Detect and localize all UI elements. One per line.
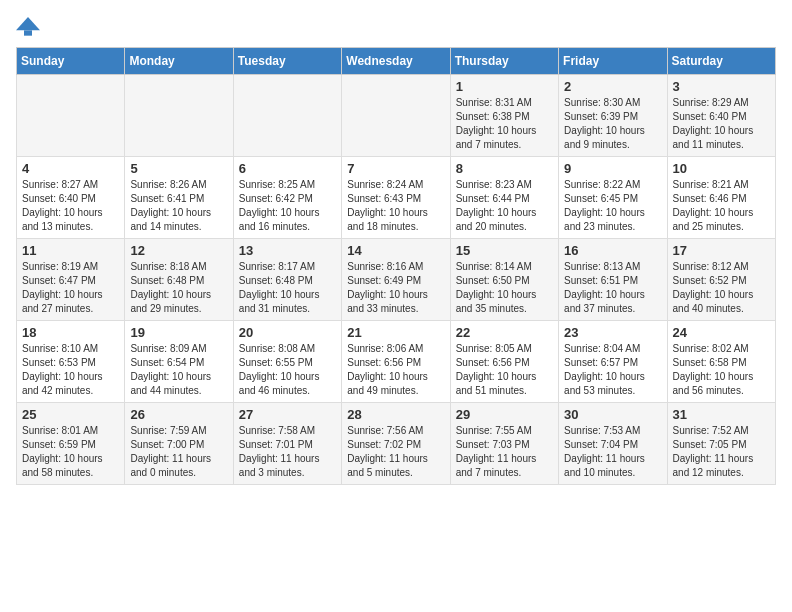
day-info: Sunrise: 8:10 AM Sunset: 6:53 PM Dayligh… [22,342,119,398]
logo-icon [16,17,40,37]
calendar-cell: 20Sunrise: 8:08 AM Sunset: 6:55 PM Dayli… [233,321,341,403]
day-info: Sunrise: 8:31 AM Sunset: 6:38 PM Dayligh… [456,96,553,152]
calendar-cell: 10Sunrise: 8:21 AM Sunset: 6:46 PM Dayli… [667,157,775,239]
day-info: Sunrise: 8:06 AM Sunset: 6:56 PM Dayligh… [347,342,444,398]
day-info: Sunrise: 8:16 AM Sunset: 6:49 PM Dayligh… [347,260,444,316]
calendar-cell: 22Sunrise: 8:05 AM Sunset: 6:56 PM Dayli… [450,321,558,403]
weekday-header: Saturday [667,48,775,75]
calendar-week-row: 4Sunrise: 8:27 AM Sunset: 6:40 PM Daylig… [17,157,776,239]
calendar-table: SundayMondayTuesdayWednesdayThursdayFrid… [16,47,776,485]
day-info: Sunrise: 8:25 AM Sunset: 6:42 PM Dayligh… [239,178,336,234]
calendar-cell: 9Sunrise: 8:22 AM Sunset: 6:45 PM Daylig… [559,157,667,239]
calendar-cell: 24Sunrise: 8:02 AM Sunset: 6:58 PM Dayli… [667,321,775,403]
calendar-cell: 30Sunrise: 7:53 AM Sunset: 7:04 PM Dayli… [559,403,667,485]
calendar-cell: 7Sunrise: 8:24 AM Sunset: 6:43 PM Daylig… [342,157,450,239]
day-info: Sunrise: 8:08 AM Sunset: 6:55 PM Dayligh… [239,342,336,398]
day-info: Sunrise: 8:14 AM Sunset: 6:50 PM Dayligh… [456,260,553,316]
day-number: 8 [456,161,553,176]
day-number: 23 [564,325,661,340]
svg-marker-0 [16,17,40,30]
day-info: Sunrise: 7:59 AM Sunset: 7:00 PM Dayligh… [130,424,227,480]
day-number: 2 [564,79,661,94]
weekday-header: Wednesday [342,48,450,75]
calendar-cell: 21Sunrise: 8:06 AM Sunset: 6:56 PM Dayli… [342,321,450,403]
day-info: Sunrise: 8:30 AM Sunset: 6:39 PM Dayligh… [564,96,661,152]
day-number: 17 [673,243,770,258]
day-number: 21 [347,325,444,340]
day-number: 18 [22,325,119,340]
day-number: 3 [673,79,770,94]
calendar-cell: 15Sunrise: 8:14 AM Sunset: 6:50 PM Dayli… [450,239,558,321]
day-number: 10 [673,161,770,176]
calendar-cell: 4Sunrise: 8:27 AM Sunset: 6:40 PM Daylig… [17,157,125,239]
day-number: 24 [673,325,770,340]
calendar-cell: 8Sunrise: 8:23 AM Sunset: 6:44 PM Daylig… [450,157,558,239]
day-number: 14 [347,243,444,258]
day-info: Sunrise: 7:56 AM Sunset: 7:02 PM Dayligh… [347,424,444,480]
calendar-cell: 27Sunrise: 7:58 AM Sunset: 7:01 PM Dayli… [233,403,341,485]
day-number: 15 [456,243,553,258]
day-info: Sunrise: 8:04 AM Sunset: 6:57 PM Dayligh… [564,342,661,398]
calendar-header-row: SundayMondayTuesdayWednesdayThursdayFrid… [17,48,776,75]
calendar-cell [125,75,233,157]
calendar-week-row: 25Sunrise: 8:01 AM Sunset: 6:59 PM Dayli… [17,403,776,485]
calendar-week-row: 1Sunrise: 8:31 AM Sunset: 6:38 PM Daylig… [17,75,776,157]
calendar-cell: 11Sunrise: 8:19 AM Sunset: 6:47 PM Dayli… [17,239,125,321]
day-number: 16 [564,243,661,258]
day-number: 20 [239,325,336,340]
day-info: Sunrise: 7:55 AM Sunset: 7:03 PM Dayligh… [456,424,553,480]
page-header [16,16,776,37]
day-number: 1 [456,79,553,94]
calendar-cell: 1Sunrise: 8:31 AM Sunset: 6:38 PM Daylig… [450,75,558,157]
day-info: Sunrise: 8:21 AM Sunset: 6:46 PM Dayligh… [673,178,770,234]
day-info: Sunrise: 8:18 AM Sunset: 6:48 PM Dayligh… [130,260,227,316]
day-info: Sunrise: 8:27 AM Sunset: 6:40 PM Dayligh… [22,178,119,234]
day-info: Sunrise: 8:22 AM Sunset: 6:45 PM Dayligh… [564,178,661,234]
calendar-cell: 2Sunrise: 8:30 AM Sunset: 6:39 PM Daylig… [559,75,667,157]
day-info: Sunrise: 8:09 AM Sunset: 6:54 PM Dayligh… [130,342,227,398]
weekday-header: Monday [125,48,233,75]
calendar-cell: 31Sunrise: 7:52 AM Sunset: 7:05 PM Dayli… [667,403,775,485]
day-number: 22 [456,325,553,340]
weekday-header: Friday [559,48,667,75]
day-info: Sunrise: 8:24 AM Sunset: 6:43 PM Dayligh… [347,178,444,234]
calendar-cell [233,75,341,157]
calendar-cell: 14Sunrise: 8:16 AM Sunset: 6:49 PM Dayli… [342,239,450,321]
day-info: Sunrise: 7:53 AM Sunset: 7:04 PM Dayligh… [564,424,661,480]
calendar-cell: 16Sunrise: 8:13 AM Sunset: 6:51 PM Dayli… [559,239,667,321]
day-info: Sunrise: 7:52 AM Sunset: 7:05 PM Dayligh… [673,424,770,480]
day-number: 6 [239,161,336,176]
day-number: 4 [22,161,119,176]
logo [16,16,44,37]
calendar-cell: 12Sunrise: 8:18 AM Sunset: 6:48 PM Dayli… [125,239,233,321]
calendar-cell: 19Sunrise: 8:09 AM Sunset: 6:54 PM Dayli… [125,321,233,403]
calendar-week-row: 18Sunrise: 8:10 AM Sunset: 6:53 PM Dayli… [17,321,776,403]
day-info: Sunrise: 8:29 AM Sunset: 6:40 PM Dayligh… [673,96,770,152]
calendar-cell: 6Sunrise: 8:25 AM Sunset: 6:42 PM Daylig… [233,157,341,239]
day-number: 5 [130,161,227,176]
weekday-header: Thursday [450,48,558,75]
day-number: 13 [239,243,336,258]
weekday-header: Tuesday [233,48,341,75]
day-info: Sunrise: 8:23 AM Sunset: 6:44 PM Dayligh… [456,178,553,234]
calendar-cell: 18Sunrise: 8:10 AM Sunset: 6:53 PM Dayli… [17,321,125,403]
day-info: Sunrise: 8:01 AM Sunset: 6:59 PM Dayligh… [22,424,119,480]
day-info: Sunrise: 8:26 AM Sunset: 6:41 PM Dayligh… [130,178,227,234]
day-number: 30 [564,407,661,422]
day-number: 31 [673,407,770,422]
day-info: Sunrise: 8:02 AM Sunset: 6:58 PM Dayligh… [673,342,770,398]
calendar-cell: 13Sunrise: 8:17 AM Sunset: 6:48 PM Dayli… [233,239,341,321]
day-info: Sunrise: 8:17 AM Sunset: 6:48 PM Dayligh… [239,260,336,316]
calendar-cell [342,75,450,157]
day-number: 27 [239,407,336,422]
calendar-cell: 25Sunrise: 8:01 AM Sunset: 6:59 PM Dayli… [17,403,125,485]
day-info: Sunrise: 7:58 AM Sunset: 7:01 PM Dayligh… [239,424,336,480]
calendar-cell: 26Sunrise: 7:59 AM Sunset: 7:00 PM Dayli… [125,403,233,485]
day-info: Sunrise: 8:13 AM Sunset: 6:51 PM Dayligh… [564,260,661,316]
day-info: Sunrise: 8:12 AM Sunset: 6:52 PM Dayligh… [673,260,770,316]
calendar-cell: 23Sunrise: 8:04 AM Sunset: 6:57 PM Dayli… [559,321,667,403]
day-number: 26 [130,407,227,422]
weekday-header: Sunday [17,48,125,75]
day-number: 25 [22,407,119,422]
day-number: 28 [347,407,444,422]
